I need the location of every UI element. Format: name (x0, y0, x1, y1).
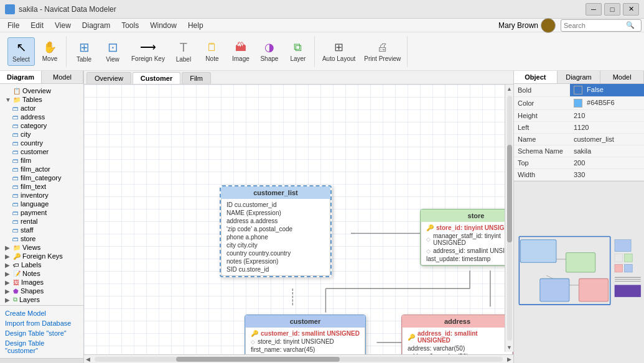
auto-layout-icon: ⊞ (334, 40, 343, 54)
vscroll-track[interactable] (507, 96, 512, 341)
tree-category[interactable]: 🗃 category (2, 121, 81, 130)
svg-rect-16 (579, 279, 609, 302)
view-tool-button[interactable]: ⊡ View (99, 37, 126, 66)
layer-tool-button[interactable]: ⧉ Layer (284, 37, 312, 66)
diagram-tab-right[interactable]: Diagram (558, 71, 601, 83)
vscroll-thumb[interactable] (507, 145, 512, 243)
move-tool-button[interactable]: ✋ Move (36, 37, 63, 66)
tree-images[interactable]: ▶ 🖼 Images (2, 278, 81, 287)
table-icon-inventory: 🗃 (12, 192, 19, 199)
menu-window[interactable]: Window (145, 20, 182, 31)
vscroll-down-arrow[interactable]: ▼ (505, 343, 514, 352)
cust-field-text-2: first_name: varchar(45) (251, 346, 315, 353)
tree-customer[interactable]: 🗃 customer (2, 147, 81, 156)
design-store-link[interactable]: Design Table "store" (2, 328, 81, 338)
labels-folder-icon: 🏷 (13, 262, 19, 269)
object-tab[interactable]: Object (514, 71, 558, 83)
menu-diagram[interactable]: Diagram (77, 20, 115, 31)
canvas-content[interactable]: customer_list ID cu.customer_id NAME (Ex… (84, 85, 513, 361)
store-field-text-1: manager_staff_id: tinyint UNSIGNED (433, 232, 513, 246)
tree-store[interactable]: 🗃 store (2, 234, 81, 243)
menu-view[interactable]: View (50, 20, 76, 31)
prop-top-value: 200 (570, 157, 644, 169)
cust-field-2: first_name: varchar(45) (246, 346, 365, 354)
customer-header: customer (245, 315, 365, 328)
tree-actor[interactable]: 🗃 actor (2, 104, 81, 113)
tree-payment[interactable]: 🗃 payment (2, 208, 81, 217)
image-tool-button[interactable]: 🏔 Image (227, 37, 254, 66)
tree-film-text[interactable]: 🗃 film_text (2, 182, 81, 191)
tree-city[interactable]: 🗃 city (2, 130, 81, 139)
store-field-0: 🔑 store_id: tinyint UNSIGNED (421, 224, 513, 232)
table-tool-button[interactable]: ⊞ Table (70, 37, 98, 66)
close-button[interactable]: ✕ (623, 3, 639, 16)
store-header: store (421, 209, 513, 222)
customer-table[interactable]: customer 🔑 customer_id: smallint UNSIGNE… (245, 315, 366, 361)
menu-help[interactable]: Help (183, 20, 208, 31)
tree-shapes[interactable]: ▶ ⬟ Shapes (2, 287, 81, 295)
print-preview-label: Print Preview (364, 55, 401, 62)
overview-tab[interactable]: Overview (86, 72, 131, 84)
select-tool-button[interactable]: ↖ Select (7, 37, 35, 66)
customer-tab[interactable]: Customer (133, 72, 180, 84)
hscroll-right-arrow[interactable]: ▶ (505, 356, 513, 362)
hscroll-thumb[interactable] (176, 357, 339, 362)
tree-staff[interactable]: 🗃 staff (2, 226, 81, 234)
auto-layout-button[interactable]: ⊞ Auto Layout (319, 37, 359, 66)
tree-address[interactable]: 🗃 address (2, 113, 81, 121)
tree-foreign-keys[interactable]: ▶ 🔑 Foreign Keys (2, 252, 81, 260)
tree-film[interactable]: 🗃 film (2, 156, 81, 165)
key-icon-addr: 🔑 (408, 334, 415, 341)
store-table[interactable]: store 🔑 store_id: tinyint UNSIGNED ◇ man… (420, 209, 513, 266)
tree-film-category[interactable]: 🗃 film_category (2, 173, 81, 182)
tree-labels[interactable]: ▶ 🏷 Labels (2, 260, 81, 269)
tree-tables[interactable]: ▼ 📁 Tables (2, 95, 81, 104)
store-name: store (468, 212, 485, 219)
maximize-button[interactable]: □ (604, 3, 620, 16)
tree-country[interactable]: 🗃 country (2, 139, 81, 147)
tree-views[interactable]: ▶ 📁 Views (2, 243, 81, 252)
foreign-key-tool-button[interactable]: ⟶ Foreign Key (128, 37, 169, 66)
diamond-icon-2: ◇ (426, 248, 431, 254)
cust-field-0: 🔑 customer_id: smallint UNSIGNED (246, 329, 365, 338)
vscroll-up-arrow[interactable]: ▲ (505, 85, 514, 93)
address-table[interactable]: address 🔑 address_id: smallint UNSIGNED … (401, 315, 513, 361)
shape-tool-button[interactable]: ◑ Shape (256, 37, 283, 66)
design-customer-link[interactable]: Design Table "customer" (2, 338, 81, 356)
note-tool-button[interactable]: 🗒 Note (198, 37, 226, 66)
tree-film-actor[interactable]: 🗃 film_actor (2, 165, 81, 173)
hscroll-track[interactable] (95, 357, 503, 362)
svg-rect-19 (615, 254, 623, 262)
menu-file[interactable]: File (2, 20, 24, 31)
customer-list-table[interactable]: customer_list ID cu.customer_id NAME (Ex… (220, 185, 332, 277)
staff-label: staff (21, 226, 34, 234)
tree-overview[interactable]: 📋 Overview (2, 86, 81, 95)
film-tab[interactable]: Film (182, 72, 211, 84)
tree-language[interactable]: 🗃 language (2, 200, 81, 208)
create-model-link[interactable]: Create Model (2, 308, 81, 318)
print-preview-button[interactable]: 🖨 Print Preview (360, 37, 404, 66)
label-tool-button[interactable]: T Label (170, 37, 197, 66)
tree-notes[interactable]: ▶ 📝 Notes (2, 269, 81, 278)
tree-rental[interactable]: 🗃 rental (2, 217, 81, 226)
tree-inventory[interactable]: 🗃 inventory (2, 191, 81, 200)
menu-tools[interactable]: Tools (116, 20, 144, 31)
field-address: address a.address (222, 217, 330, 225)
search-box[interactable]: 🔍 (561, 19, 642, 32)
model-tab-right[interactable]: Model (600, 71, 644, 83)
minimize-button[interactable]: ─ (586, 3, 602, 16)
diagram-tab[interactable]: Diagram (0, 71, 42, 83)
left-scrollbar[interactable] (0, 358, 83, 363)
field-phone: phone a.phone (222, 233, 330, 241)
search-input[interactable] (564, 22, 626, 29)
model-tab[interactable]: Model (42, 71, 83, 83)
import-db-link[interactable]: Import from Database (2, 318, 81, 328)
tree-layers[interactable]: ▶ ⧉ Layers (2, 295, 81, 304)
canvas-horizontal-scrollbar[interactable]: ◀ ▶ (84, 354, 513, 363)
hscroll-left-arrow[interactable]: ◀ (84, 356, 92, 362)
label-icon: T (180, 40, 187, 55)
canvas-vertical-scrollbar[interactable]: ▲ ▼ (505, 85, 513, 352)
menu-edit[interactable]: Edit (26, 20, 49, 31)
prop-height-key: Height (514, 110, 570, 122)
title-bar-controls[interactable]: ─ □ ✕ (586, 3, 639, 16)
